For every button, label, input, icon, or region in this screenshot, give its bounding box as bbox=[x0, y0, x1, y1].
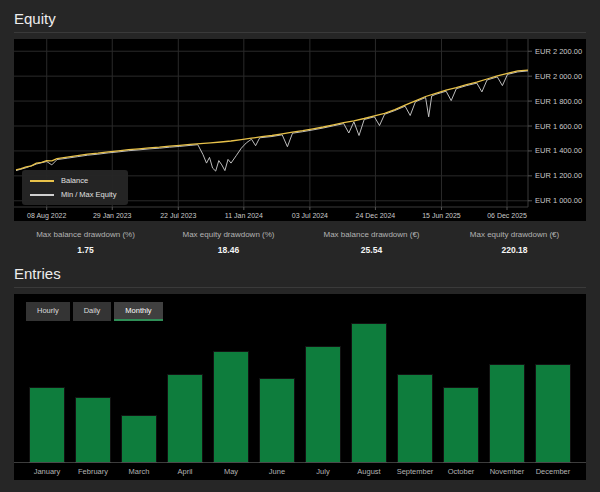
entries-bar[interactable] bbox=[168, 375, 202, 462]
legend-line-swatch bbox=[30, 194, 54, 196]
bar-column-january bbox=[24, 324, 70, 462]
month-label: January bbox=[24, 467, 70, 476]
x-tick-label: 06 Dec 2025 bbox=[487, 212, 527, 219]
entries-chart-panel: HourlyDailyMonthly JanuaryFebruaryMarchA… bbox=[14, 294, 586, 480]
equity-section-title: Equity bbox=[14, 10, 586, 27]
legend-label: Min / Max Equity bbox=[61, 190, 116, 199]
x-tick-label: 29 Jan 2023 bbox=[93, 212, 132, 219]
tab-daily[interactable]: Daily bbox=[73, 302, 112, 321]
legend-label: Balance bbox=[61, 176, 88, 185]
y-tick-label: EUR 1 800.00 bbox=[535, 97, 582, 106]
stat-cell: Max balance drawdown (%)1.75 bbox=[14, 230, 157, 255]
stat-label: Max equity drawdown (€) bbox=[443, 230, 586, 239]
x-tick-label: 24 Dec 2024 bbox=[356, 212, 396, 219]
entries-bar[interactable] bbox=[352, 324, 386, 462]
entries-bar[interactable] bbox=[260, 379, 294, 462]
legend-item-balance[interactable]: Balance bbox=[30, 176, 116, 185]
min-max-equity-line bbox=[16, 71, 528, 171]
stat-value: 25.54 bbox=[300, 245, 443, 255]
entries-section-title: Entries bbox=[14, 265, 586, 282]
legend-line-swatch bbox=[30, 180, 54, 182]
entries-bar[interactable] bbox=[122, 416, 156, 462]
entries-bar[interactable] bbox=[214, 352, 248, 462]
month-label: June bbox=[254, 467, 300, 476]
entries-bar[interactable] bbox=[536, 365, 570, 462]
bar-column-may bbox=[208, 324, 254, 462]
bar-column-october bbox=[438, 324, 484, 462]
y-tick-label: EUR 2 000.00 bbox=[535, 72, 582, 81]
month-label: April bbox=[162, 467, 208, 476]
legend-item-min-max-equity[interactable]: Min / Max Equity bbox=[30, 190, 116, 199]
stat-value: 220.18 bbox=[443, 245, 586, 255]
bar-column-december bbox=[530, 324, 576, 462]
month-label: September bbox=[392, 467, 438, 476]
bar-column-august bbox=[346, 324, 392, 462]
entries-bar[interactable] bbox=[30, 388, 64, 462]
x-tick-label: 22 Jul 2023 bbox=[160, 212, 196, 219]
month-label: November bbox=[484, 467, 530, 476]
stat-value: 18.46 bbox=[157, 245, 300, 255]
entries-bar[interactable] bbox=[306, 347, 340, 462]
entries-title-divider bbox=[14, 287, 586, 288]
month-label: December bbox=[530, 467, 576, 476]
bar-column-november bbox=[484, 324, 530, 462]
stat-value: 1.75 bbox=[14, 245, 157, 255]
bar-column-june bbox=[254, 324, 300, 462]
stat-cell: Max equity drawdown (€)220.18 bbox=[443, 230, 586, 255]
stat-cell: Max equity drawdown (%)18.46 bbox=[157, 230, 300, 255]
entries-month-labels: JanuaryFebruaryMarchAprilMayJuneJulyAugu… bbox=[14, 463, 586, 480]
month-label: February bbox=[70, 467, 116, 476]
equity-chart-panel: EUR 2 200.00EUR 2 000.00EUR 1 800.00EUR … bbox=[14, 39, 586, 221]
tab-hourly[interactable]: Hourly bbox=[26, 302, 70, 321]
stat-label: Max balance drawdown (€) bbox=[300, 230, 443, 239]
y-tick-label: EUR 1 000.00 bbox=[535, 196, 582, 205]
stat-label: Max balance drawdown (%) bbox=[14, 230, 157, 239]
month-label: July bbox=[300, 467, 346, 476]
entries-bar[interactable] bbox=[398, 375, 432, 462]
entries-bar[interactable] bbox=[444, 388, 478, 462]
x-tick-label: 11 Jan 2024 bbox=[225, 212, 263, 219]
entries-bars-plot bbox=[14, 324, 586, 463]
month-label: March bbox=[116, 467, 162, 476]
y-tick-label: EUR 1 400.00 bbox=[535, 146, 582, 155]
x-tick-label: 03 Jul 2024 bbox=[292, 212, 328, 219]
bar-column-february bbox=[70, 324, 116, 462]
entries-bar[interactable] bbox=[76, 398, 110, 462]
bar-column-march bbox=[116, 324, 162, 462]
entries-bar[interactable] bbox=[490, 365, 524, 462]
y-tick-label: EUR 1 600.00 bbox=[535, 122, 582, 131]
bar-column-july bbox=[300, 324, 346, 462]
stat-label: Max equity drawdown (%) bbox=[157, 230, 300, 239]
bar-column-april bbox=[162, 324, 208, 462]
bar-column-september bbox=[392, 324, 438, 462]
tab-monthly[interactable]: Monthly bbox=[114, 302, 162, 321]
y-tick-label: EUR 2 200.00 bbox=[535, 47, 582, 56]
month-label: October bbox=[438, 467, 484, 476]
equity-title-divider bbox=[14, 32, 586, 33]
drawdown-stats-row: Max balance drawdown (%)1.75Max equity d… bbox=[14, 230, 586, 255]
month-label: August bbox=[346, 467, 392, 476]
equity-chart-legend: BalanceMin / Max Equity bbox=[22, 170, 128, 205]
stat-cell: Max balance drawdown (€)25.54 bbox=[300, 230, 443, 255]
y-tick-label: EUR 1 200.00 bbox=[535, 171, 582, 180]
month-label: May bbox=[208, 467, 254, 476]
x-tick-label: 15 Jun 2025 bbox=[422, 212, 461, 219]
x-tick-label: 08 Aug 2022 bbox=[27, 212, 66, 220]
entries-period-tabs: HourlyDailyMonthly bbox=[26, 302, 586, 321]
